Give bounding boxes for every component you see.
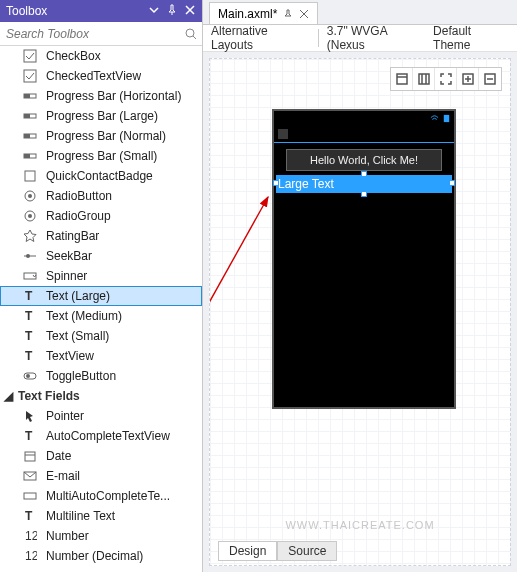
svg-point-24 [26,374,30,378]
close-icon[interactable] [184,4,196,19]
item-label: MultiAutoCompleteTe... [46,489,170,503]
theme-selector[interactable]: Default Theme [433,24,509,52]
toolbox-item-progress-bar-horizontal-[interactable]: Progress Bar (Horizontal) [0,86,202,106]
toolbox-list[interactable]: CheckBoxCheckedTextViewProgress Bar (Hor… [0,46,202,572]
item-icon [22,148,38,164]
resize-handle-bottom[interactable] [361,191,367,197]
layout-split-icon[interactable] [413,68,435,90]
svg-point-0 [186,29,194,37]
app-titlebar [274,125,454,143]
item-label: Date [46,449,71,463]
toolbox-title: Toolbox [6,4,148,18]
layout-single-icon[interactable] [391,68,413,90]
tab-pin-icon[interactable] [283,9,293,19]
toolbox-item-checkbox[interactable]: CheckBox [0,46,202,66]
device-selector[interactable]: 3.7" WVGA (Nexus [327,24,425,52]
group-label: Text Fields [18,389,80,403]
toolbox-item-number[interactable]: 12Number [0,526,202,546]
toolbox-item-togglebutton[interactable]: ToggleButton [0,366,202,386]
tab-design[interactable]: Design [218,541,277,561]
item-icon [22,48,38,64]
zoom-in-icon[interactable] [457,68,479,90]
toolbox-item-progress-bar-large-[interactable]: Progress Bar (Large) [0,106,202,126]
svg-text:12: 12 [25,549,37,563]
toolbox-item-text-medium-[interactable]: TText (Medium) [0,306,202,326]
toolbox-item-progress-bar-normal-[interactable]: Progress Bar (Normal) [0,126,202,146]
svg-rect-8 [24,134,30,138]
item-label: CheckedTextView [46,69,141,83]
item-icon [22,248,38,264]
tab-close-icon[interactable] [299,9,309,19]
toolbox-item-pointer[interactable]: Pointer [0,406,202,426]
item-label: RadioButton [46,189,112,203]
item-icon [22,88,38,104]
toolbox-item-spinner[interactable]: Spinner [0,266,202,286]
toolbox-item-radiobutton[interactable]: RadioButton [0,186,202,206]
item-label: ToggleButton [46,369,116,383]
resize-handle-left[interactable] [273,180,279,186]
designer-panel: Main.axml* Alternative Layouts 3.7" WVGA… [203,0,517,572]
fullscreen-icon[interactable] [435,68,457,90]
item-icon [22,108,38,124]
toolbox-item-progress-bar-small-[interactable]: Progress Bar (Small) [0,146,202,166]
resize-handle-right[interactable] [449,180,455,186]
selected-widget-label: Large Text [278,177,334,191]
item-label: TextView [46,349,94,363]
search-input[interactable] [0,27,184,41]
item-label: Progress Bar (Normal) [46,129,166,143]
item-icon: T [22,428,38,444]
watermark: WWW.THAICREATE.COM [285,519,434,531]
document-tabstrip: Main.axml* [203,0,517,24]
svg-text:T: T [25,509,33,523]
toolbox-item-number-decimal-[interactable]: 12Number (Decimal) [0,546,202,566]
svg-text:T: T [25,429,33,443]
designer-mode-tabs: Design Source [218,541,337,561]
toolbox-item-checkedtextview[interactable]: CheckedTextView [0,66,202,86]
toolbox-group-text-fields[interactable]: ◢Text Fields [0,386,202,406]
item-icon [22,468,38,484]
toolbox-item-multiautocompletete-[interactable]: MultiAutoCompleteTe... [0,486,202,506]
svg-line-44 [210,197,268,319]
item-icon: 12 [22,548,38,564]
toolbox-item-quickcontactbadge[interactable]: QuickContactBadge [0,166,202,186]
item-icon [22,128,38,144]
item-label: Progress Bar (Horizontal) [46,89,181,103]
hello-button[interactable]: Hello World, Click Me! [286,149,442,171]
toolbox-item-text-large-[interactable]: TText (Large) [0,286,202,306]
toolbox-search[interactable] [0,22,202,46]
item-label: Text (Large) [46,289,110,303]
toolbox-item-date[interactable]: Date [0,446,202,466]
toolbox-item-multiline-text[interactable]: TMultiline Text [0,506,202,526]
item-icon: T [22,508,38,524]
pin-icon[interactable] [166,4,178,19]
svg-point-17 [26,254,30,258]
canvas-toolbar [390,67,502,91]
toolbox-item-text-small-[interactable]: TText (Small) [0,326,202,346]
battery-icon [442,114,451,123]
search-icon [184,27,198,41]
selected-widget-large-text[interactable]: Large Text [276,175,452,193]
item-label: Pointer [46,409,84,423]
item-label: RatingBar [46,229,99,243]
caret-down-icon: ◢ [4,389,14,403]
tab-main-axml[interactable]: Main.axml* [209,2,318,24]
svg-text:T: T [25,329,33,343]
toolbox-item-autocompletetextview[interactable]: TAutoCompleteTextView [0,426,202,446]
item-icon: T [22,308,38,324]
alt-layouts-button[interactable]: Alternative Layouts [211,24,310,52]
zoom-out-icon[interactable] [479,68,501,90]
svg-rect-26 [25,452,35,461]
design-canvas[interactable]: Hello World, Click Me! Large Text WWW.TH… [209,58,511,566]
toolbox-item-e-mail[interactable]: E-mail [0,466,202,486]
dropdown-icon[interactable] [148,4,160,19]
resize-handle-top[interactable] [361,171,367,177]
toolbox-item-ratingbar[interactable]: RatingBar [0,226,202,246]
toolbox-item-seekbar[interactable]: SeekBar [0,246,202,266]
svg-rect-29 [24,493,36,499]
tab-source[interactable]: Source [277,541,337,561]
svg-point-13 [28,194,32,198]
svg-rect-6 [24,114,30,118]
toolbox-item-radiogroup[interactable]: RadioGroup [0,206,202,226]
item-icon [22,488,38,504]
toolbox-item-textview[interactable]: TTextView [0,346,202,366]
